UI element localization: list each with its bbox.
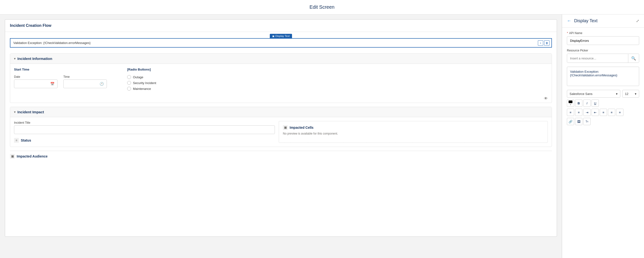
- incident-impact-header[interactable]: ▾ Incident Impact: [10, 107, 552, 117]
- text-content-value: Validation Exception: {!CheckValidation.…: [570, 70, 618, 77]
- color-swatch: [568, 100, 572, 103]
- radio-outage[interactable]: Outage: [127, 75, 156, 79]
- italic-button[interactable]: I: [583, 99, 590, 107]
- display-text-wrapper: ▣ Display Text Validation Exception: {!C…: [5, 32, 557, 49]
- radio-group: Outage Security Incident Maintenance: [127, 75, 156, 91]
- extra-row: 🔗 🖼 Tx: [567, 118, 639, 125]
- color-button[interactable]: ▾: [567, 99, 574, 107]
- image-button[interactable]: 🖼: [575, 118, 582, 125]
- radio-security[interactable]: Security Incident: [127, 81, 156, 85]
- display-text-value: Validation Exception: {!CheckValidation.…: [13, 41, 91, 45]
- ordered-list-button[interactable]: ≡: [575, 109, 582, 116]
- screen-title: Incident Creation Flow: [10, 23, 52, 27]
- display-text-chip[interactable]: ▣ Display Text: [270, 34, 292, 38]
- radio-label-security: Security Incident: [133, 81, 156, 85]
- font-size-value: 12: [625, 92, 628, 96]
- panel-title: Display Text: [574, 18, 598, 23]
- back-button[interactable]: ←: [567, 18, 571, 23]
- canvas-area: Incident Creation Flow ▣ Display Text Va…: [0, 14, 562, 258]
- display-text-actions: + 🗑: [538, 40, 550, 46]
- impacted-cells-icon: ▣: [283, 125, 288, 130]
- text-content-area[interactable]: Validation Exception: {!CheckValidation.…: [567, 67, 639, 86]
- radio-circle-maintenance: [127, 87, 131, 91]
- right-panel: ← Display Text ⤢ * API Name Resource Pic…: [562, 14, 644, 258]
- incident-information-section: ▾ Incident Information Start Time Date: [10, 53, 552, 103]
- main-layout: Incident Creation Flow ▣ Display Text Va…: [0, 14, 644, 258]
- start-time-row: Start Time Date 📅: [14, 68, 548, 91]
- resource-picker-group: Resource Picker 🔍: [567, 49, 639, 63]
- panel-header-left: ← Display Text: [567, 18, 598, 23]
- unordered-list-button[interactable]: ≡: [567, 109, 574, 116]
- api-name-label: * API Name: [567, 31, 639, 35]
- delete-action-button[interactable]: 🗑: [544, 40, 550, 46]
- panel-header: ← Display Text ⤢: [562, 14, 644, 27]
- radio-circle-security: [127, 81, 131, 85]
- incident-title-label: Incident Title: [14, 121, 275, 124]
- time-input[interactable]: 🕐: [63, 79, 107, 88]
- radio-label-maintenance: Maintenance: [133, 87, 151, 91]
- no-preview-text: No preview is available for this compone…: [283, 132, 544, 135]
- status-label-row: ≡ Status: [14, 138, 275, 143]
- time-label: Time: [63, 75, 107, 78]
- time-field-group: Time 🕐: [63, 75, 107, 88]
- display-text-chip-icon: ▣: [272, 35, 274, 37]
- incident-information-title: Incident Information: [18, 56, 52, 61]
- resource-picker-search-button[interactable]: 🔍: [628, 54, 639, 63]
- indent-decrease-button[interactable]: ⇤: [592, 109, 599, 116]
- impacted-audience-icon: ▣: [10, 154, 15, 159]
- radio-group-label: [Radio Buttons]: [127, 68, 156, 71]
- add-action-button[interactable]: +: [538, 40, 543, 46]
- chevron-icon: ▾: [14, 57, 16, 60]
- calendar-icon: 📅: [50, 82, 54, 86]
- start-time-group: Start Time Date 📅: [14, 68, 107, 88]
- font-row: Salesforce Sans ▾ 12 ▾: [567, 90, 639, 98]
- panel-body: * API Name Resource Picker 🔍 Validation …: [562, 27, 644, 129]
- eye-icon[interactable]: 👁: [544, 96, 548, 101]
- page-title: Edit Screen: [310, 4, 334, 10]
- font-family-value: Salesforce Sans: [570, 92, 592, 96]
- radio-circle-outage: [127, 75, 131, 79]
- underline-button[interactable]: U: [592, 99, 599, 107]
- font-family-chevron: ▾: [616, 92, 618, 96]
- incident-impact-body: Incident Title ≡ Status ▣: [10, 117, 552, 147]
- date-input[interactable]: 📅: [14, 79, 58, 88]
- font-size-select[interactable]: 12 ▾: [622, 90, 639, 98]
- impact-left: Incident Title ≡ Status: [14, 121, 275, 143]
- radio-group-container: [Radio Buttons] Outage Security Incident: [127, 68, 156, 91]
- align-left-button[interactable]: ≡: [600, 109, 607, 116]
- format-row: ▾ B I U: [567, 99, 639, 107]
- radio-maintenance[interactable]: Maintenance: [127, 87, 156, 91]
- font-toolbar: Salesforce Sans ▾ 12 ▾ ▾ B: [567, 90, 639, 125]
- impacted-cells-label-row: ▣ Impacted Cells: [283, 125, 544, 130]
- impacted-audience-label-row: ▣ Impacted Audience: [10, 154, 552, 159]
- impact-row: Incident Title ≡ Status ▣: [14, 121, 548, 143]
- align-center-button[interactable]: ≡: [608, 109, 615, 116]
- link-button[interactable]: 🔗: [567, 118, 574, 125]
- expand-button[interactable]: ⤢: [636, 18, 639, 23]
- impacted-cells-label: Impacted Cells: [290, 126, 314, 129]
- resource-picker-row: 🔍: [567, 54, 639, 63]
- font-family-select[interactable]: Salesforce Sans ▾: [567, 90, 620, 98]
- impacted-audience-label: Impacted Audience: [17, 154, 48, 158]
- list-row: ≡ ≡ ⇥ ⇤ ≡ ≡ ≡: [567, 109, 639, 116]
- top-bar: Edit Screen: [0, 0, 644, 14]
- incident-title-input[interactable]: [14, 125, 275, 134]
- date-label: Date: [14, 75, 58, 78]
- api-name-input[interactable]: [567, 36, 639, 45]
- impacted-audience-row: ▣ Impacted Audience: [10, 151, 552, 162]
- status-icon: ≡: [14, 138, 19, 143]
- font-size-chevron: ▾: [635, 92, 636, 96]
- display-text-content-box[interactable]: Validation Exception: {!CheckValidation.…: [10, 38, 552, 48]
- required-star: *: [567, 31, 568, 35]
- incident-information-header[interactable]: ▾ Incident Information: [10, 54, 552, 64]
- bold-button[interactable]: B: [575, 99, 582, 107]
- resource-picker-input[interactable]: [567, 54, 628, 63]
- align-right-button[interactable]: ≡: [616, 109, 624, 116]
- date-field-group: Date 📅: [14, 75, 58, 88]
- indent-increase-button[interactable]: ⇥: [583, 109, 590, 116]
- radio-label-outage: Outage: [133, 75, 143, 79]
- clear-format-button[interactable]: Tx: [583, 118, 590, 125]
- status-label: Status: [21, 138, 31, 142]
- clock-icon: 🕐: [100, 82, 104, 86]
- incident-title-group: Incident Title: [14, 121, 275, 134]
